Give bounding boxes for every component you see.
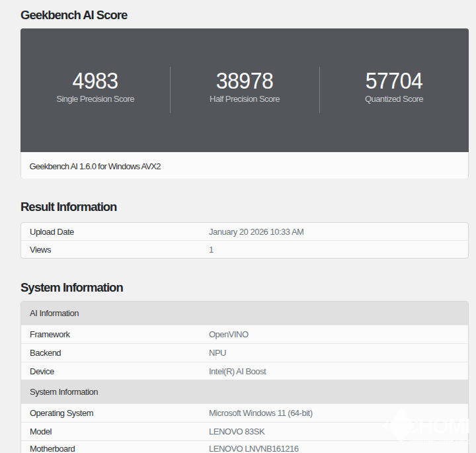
svg-text:PCHOME: PCHOME [391,414,469,438]
svg-text:PCHOME.COM.TW ONLINE: PCHOME.COM.TW ONLINE [411,438,469,445]
